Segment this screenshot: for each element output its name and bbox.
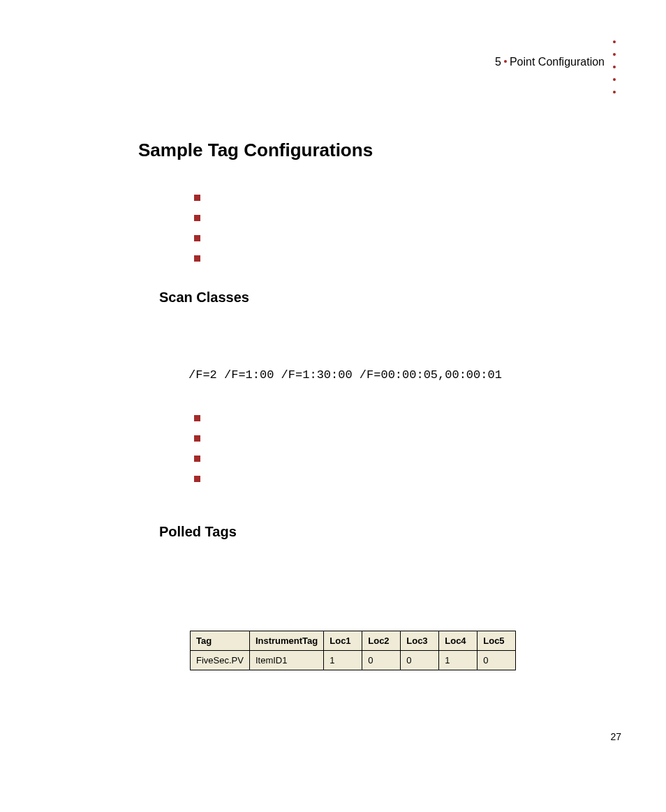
side-dot (613, 40, 616, 43)
bullet-icon (194, 235, 200, 241)
polled-tags-table: Tag InstrumentTag Loc1 Loc2 Loc3 Loc4 Lo… (190, 631, 516, 670)
section-heading-scan-classes: Scan Classes (159, 290, 598, 306)
page-title: Sample Tag Configurations (138, 140, 598, 161)
page-content: Sample Tag Configurations Scan Classes /… (137, 140, 598, 670)
cell-loc5: 0 (478, 651, 516, 670)
cell-loc2: 0 (362, 651, 401, 670)
section-heading-polled-tags: Polled Tags (159, 524, 598, 540)
chapter-title: Point Configuration (510, 56, 605, 68)
side-dot (613, 53, 616, 56)
side-dot (613, 66, 616, 68)
decorative-side-dots (613, 40, 616, 93)
col-header-loc3: Loc3 (401, 631, 439, 651)
cell-loc4: 1 (439, 651, 478, 670)
bullet-icon (194, 215, 200, 221)
bullet-icon (194, 435, 200, 442)
col-header-loc4: Loc4 (439, 631, 478, 651)
table-header-row: Tag InstrumentTag Loc1 Loc2 Loc3 Loc4 Lo… (191, 631, 516, 651)
bullet-icon (194, 456, 200, 462)
bullet-icon (194, 255, 200, 262)
bullet-list-middle (194, 415, 598, 482)
bullet-icon (194, 195, 200, 201)
cell-loc1: 1 (324, 651, 362, 670)
running-header: 5 Point Configuration (495, 56, 605, 68)
col-header-loc1: Loc1 (324, 631, 362, 651)
bullet-icon (194, 415, 200, 421)
cell-instrumenttag: ItemID1 (249, 651, 323, 670)
col-header-loc2: Loc2 (362, 631, 401, 651)
col-header-instrumenttag: InstrumentTag (249, 631, 323, 651)
col-header-loc5: Loc5 (478, 631, 516, 651)
bullet-icon (194, 476, 200, 482)
side-dot (613, 78, 616, 81)
side-dot (613, 91, 616, 93)
code-line: /F=2 /F=1:00 /F=1:30:00 /F=00:00:05,00:0… (188, 368, 598, 382)
table-row: FiveSec.PV ItemID1 1 0 0 1 0 (191, 651, 516, 670)
page-number: 27 (610, 731, 621, 742)
chapter-number: 5 (495, 56, 501, 68)
col-header-tag: Tag (191, 631, 250, 651)
header-dot-icon (504, 60, 507, 63)
cell-tag: FiveSec.PV (191, 651, 250, 670)
bullet-list-top (194, 195, 598, 262)
cell-loc3: 0 (401, 651, 439, 670)
